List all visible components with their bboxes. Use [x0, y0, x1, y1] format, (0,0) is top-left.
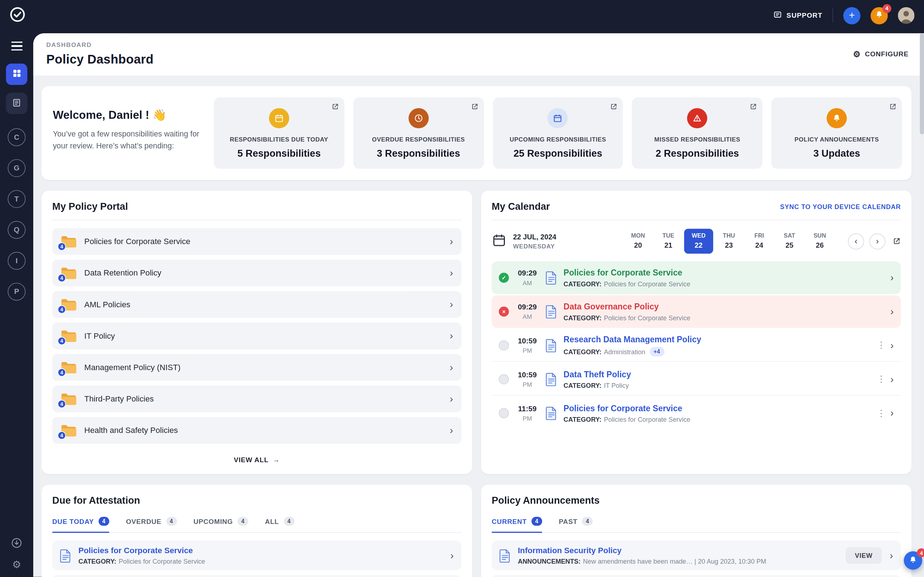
external-link-icon[interactable]	[471, 103, 478, 111]
calendar-event[interactable]: 10:59PM Data Theft Policy CATEGORY:IT Po…	[492, 363, 901, 395]
announcement-item[interactable]: Information Security Policy ANNOUNCEMENT…	[492, 540, 901, 570]
tab-current[interactable]: CURRENT4	[492, 512, 542, 532]
add-button[interactable]: +	[843, 7, 860, 24]
category-extra-badge[interactable]: +4	[649, 347, 664, 356]
sidebar-module-3[interactable]: T	[8, 190, 25, 208]
portal-item[interactable]: 4 Data Retention Policy ›	[52, 259, 462, 286]
support-button[interactable]: SUPPORT	[773, 10, 822, 21]
chevron-right-icon[interactable]: ›	[890, 306, 893, 317]
download-updates-button[interactable]	[11, 537, 23, 551]
stat-label: POLICY ANNOUNCEMENTS	[776, 136, 897, 143]
announcements-tabs: CURRENT4 PAST4	[492, 512, 901, 533]
chevron-right-icon[interactable]: ›	[890, 408, 893, 418]
more-options-icon[interactable]: ⋮	[877, 340, 884, 351]
folder-count-badge: 4	[58, 368, 66, 377]
avatar-photo	[898, 7, 914, 24]
more-options-icon[interactable]: ⋮	[877, 408, 884, 419]
calendar-day-sat[interactable]: SAT25	[775, 229, 804, 253]
event-title[interactable]: Policies for Corporate Service	[563, 403, 870, 413]
document-icon	[500, 548, 511, 562]
external-link-icon[interactable]	[889, 103, 897, 111]
user-avatar[interactable]	[898, 7, 914, 24]
notifications-button[interactable]: 4	[871, 7, 888, 24]
chevron-right-icon[interactable]: ›	[450, 550, 454, 560]
view-all-button[interactable]: VIEW ALL →	[52, 448, 462, 468]
stat-value: 2 Responsibilities	[637, 148, 758, 159]
fab-badge: 4	[917, 548, 924, 558]
fab-bell-icon	[908, 555, 918, 566]
next-week-button[interactable]: ›	[869, 233, 885, 249]
event-title[interactable]: Policies for Corporate Service	[563, 268, 884, 277]
more-options-icon[interactable]: ⋮	[877, 374, 884, 385]
external-link-icon[interactable]	[610, 103, 617, 111]
menu-toggle-button[interactable]	[11, 42, 22, 50]
sidebar-module-2[interactable]: G	[8, 159, 25, 177]
calendar-event-missed[interactable]: × 09:29AM Data Governance Policy CATEGOR…	[492, 295, 901, 328]
prev-week-button[interactable]: ‹	[848, 233, 864, 249]
attestation-item[interactable]: Policies for Corporate Service CATEGORY:…	[52, 540, 462, 570]
open-calendar-external-icon[interactable]	[893, 237, 901, 245]
chevron-right-icon[interactable]: ›	[890, 550, 893, 560]
view-button[interactable]: VIEW	[845, 547, 882, 564]
calendar-day-tue[interactable]: TUE21	[654, 229, 683, 253]
welcome-section: Welcome, Daniel ! 👋 You’ve got a few res…	[42, 86, 911, 180]
attestation-item-title[interactable]: Policies for Corporate Service	[78, 546, 205, 555]
calendar-day-thu[interactable]: THU23	[714, 229, 744, 253]
calendar-event-completed[interactable]: ✓ 09:29AM Policies for Corporate Service…	[492, 261, 901, 294]
chevron-right-icon[interactable]: ›	[450, 268, 453, 278]
tab-all[interactable]: ALL4	[265, 512, 294, 532]
chevron-right-icon[interactable]: ›	[890, 340, 893, 350]
sidebar-item-policies[interactable]	[6, 93, 27, 114]
portal-item[interactable]: 4 AML Policies ›	[52, 291, 462, 318]
chevron-right-icon[interactable]: ›	[450, 299, 453, 309]
sidebar-module-1[interactable]: C	[8, 129, 25, 146]
chevron-right-icon[interactable]: ›	[450, 237, 453, 247]
view-all-label: VIEW ALL	[234, 456, 268, 464]
tab-due-today[interactable]: DUE TODAY4	[52, 512, 109, 532]
portal-item-label: Policies for Corporate Service	[84, 237, 191, 246]
portal-item[interactable]: 4 IT Policy ›	[52, 322, 462, 349]
chevron-right-icon[interactable]: ›	[450, 331, 453, 341]
portal-item[interactable]: 4 Health and Safety Policies ›	[52, 417, 462, 444]
sidebar-item-dashboard[interactable]	[6, 64, 27, 85]
sidebar-module-5[interactable]: I	[8, 252, 25, 270]
event-title[interactable]: Research Data Management Policy	[563, 334, 870, 343]
settings-button[interactable]: ⚙	[12, 560, 21, 570]
calendar-day-wed-selected[interactable]: WED22	[684, 229, 713, 253]
portal-item[interactable]: 4 Third-Party Policies ›	[52, 386, 462, 413]
calendar-day-sun[interactable]: SUN26	[805, 229, 834, 253]
bell-icon	[874, 10, 884, 21]
portal-item[interactable]: 4 Management Policy (NIST) ›	[52, 354, 462, 381]
announcement-item-title[interactable]: Information Security Policy	[518, 546, 766, 555]
calendar-day-mon[interactable]: MON20	[624, 229, 653, 253]
chevron-right-icon[interactable]: ›	[450, 363, 453, 372]
chevron-right-icon[interactable]: ›	[450, 394, 453, 404]
sidebar-module-4[interactable]: Q	[8, 221, 25, 239]
sidebar-module-6[interactable]: P	[8, 283, 25, 300]
announcement-item[interactable]: Data Governance Policy ›	[492, 575, 901, 577]
external-link-icon[interactable]	[331, 103, 339, 111]
app-logo[interactable]	[10, 6, 25, 24]
chevron-right-icon[interactable]: ›	[890, 272, 893, 283]
portal-item-label: Third-Party Policies	[84, 394, 154, 403]
portal-item[interactable]: 4 Policies for Corporate Service ›	[52, 228, 462, 255]
calendar-event[interactable]: 10:59PM Research Data Management Policy …	[492, 329, 901, 361]
scrollbar-track[interactable]	[920, 33, 924, 577]
event-title[interactable]: Data Theft Policy	[563, 369, 870, 379]
calendar-event[interactable]: 11:59PM Policies for Corporate Service C…	[492, 397, 901, 429]
external-link-icon[interactable]	[750, 103, 757, 111]
scrollbar-thumb[interactable]	[920, 33, 924, 134]
calendar-title: My Calendar	[492, 201, 550, 212]
chevron-right-icon[interactable]: ›	[450, 425, 453, 435]
sync-calendar-link[interactable]: SYNC TO YOUR DEVICE CALENDAR	[780, 203, 901, 210]
chevron-right-icon[interactable]: ›	[890, 374, 893, 384]
tab-upcoming[interactable]: UPCOMING4	[193, 512, 248, 532]
stat-card-due-today: RESPONSIBILITIES DUE TODAY 5 Responsibil…	[214, 97, 344, 169]
tab-past[interactable]: PAST4	[559, 512, 593, 532]
calendar-day-fri[interactable]: FRI24	[745, 229, 774, 253]
event-title[interactable]: Data Governance Policy	[563, 302, 884, 311]
event-pending-icon	[499, 374, 509, 384]
tab-overdue[interactable]: OVERDUE4	[126, 512, 177, 532]
configure-button[interactable]: ⚙ CONFIGURE	[853, 50, 908, 58]
attestation-item[interactable]: Data Governance Policy ›	[52, 575, 462, 577]
